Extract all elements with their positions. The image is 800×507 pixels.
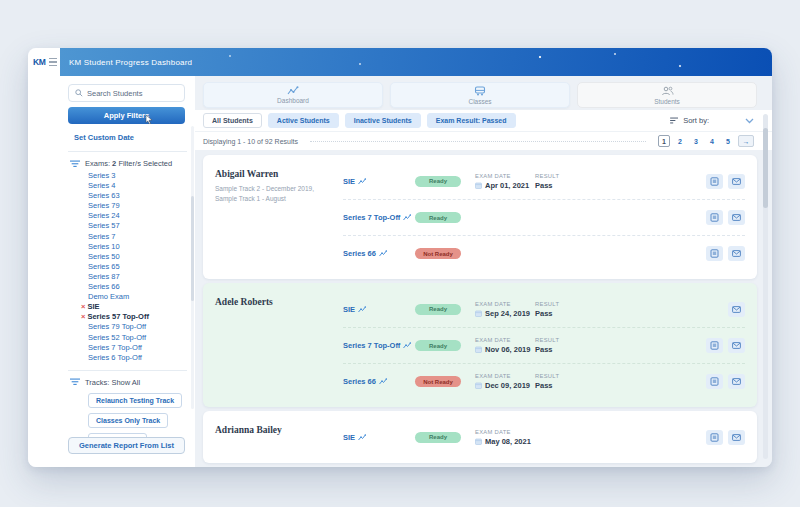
student-card-highlighted: Adele Roberts SIE Ready EXAM DATE [203, 283, 757, 407]
hamburger-menu-icon[interactable] [49, 58, 57, 66]
set-custom-date-link[interactable]: Set Custom Date [74, 133, 134, 142]
sidebar-scrollbar[interactable] [191, 126, 194, 409]
exam-name-link[interactable]: Series 7 Top-Off [343, 341, 415, 350]
sidebar-exam-filter-selected[interactable]: ×SIE [88, 302, 195, 312]
report-icon [710, 377, 719, 386]
sidebar-exam-filter[interactable]: Series 65 [88, 262, 195, 272]
sidebar-exam-filter[interactable]: Series 24 [88, 211, 195, 221]
chip-all-students[interactable]: All Students [203, 113, 262, 128]
exam-name-link[interactable]: SIE [343, 177, 415, 186]
calendar-icon [475, 346, 482, 353]
student-list: Abigail Warren Sample Track 2 - December… [203, 155, 757, 463]
sidebar-exam-filter[interactable]: Series 6 Top-Off [88, 353, 195, 363]
sidebar-exam-filter[interactable]: Series 79 [88, 201, 195, 211]
calendar-icon [475, 382, 482, 389]
exam-date-value: May 08, 2021 [475, 437, 535, 446]
result-value: Pass [535, 345, 591, 354]
page-button-5[interactable]: 5 [722, 135, 734, 147]
remove-filter-icon[interactable]: × [81, 312, 85, 321]
email-button[interactable] [728, 374, 745, 389]
sidebar-exam-filter[interactable]: Demo Exam [88, 292, 195, 302]
sidebar-exam-filter[interactable]: Series 4 [88, 181, 195, 191]
email-button[interactable] [728, 246, 745, 261]
search-students-input[interactable] [87, 89, 178, 98]
exam-date-label: EXAM DATE [475, 301, 535, 307]
report-button[interactable] [706, 246, 723, 261]
results-summary: Displaying 1 - 10 of 92 Results [203, 138, 298, 145]
report-icon [710, 213, 719, 222]
exam-name-link[interactable]: Series 7 Top-Off [343, 213, 415, 222]
exam-name-link[interactable]: SIE [343, 305, 415, 314]
exam-filter-list: Series 3 Series 4 Series 63 Series 79 Se… [88, 171, 195, 363]
sort-by-control[interactable]: Sort by: [670, 116, 709, 125]
exam-date-label: EXAM DATE [475, 373, 535, 379]
chip-exam-result-passed[interactable]: Exam Result: Passed [427, 113, 516, 128]
result-label: RESULT [535, 301, 591, 307]
result-label: RESULT [535, 337, 591, 343]
main-scrollbar-thumb[interactable] [763, 128, 768, 208]
exam-date-value: Sep 24, 2019 [475, 309, 535, 318]
next-page-button[interactable]: → [738, 135, 754, 147]
filter-icon [70, 378, 80, 386]
chevron-down-icon[interactable] [745, 118, 754, 124]
email-button[interactable] [728, 174, 745, 189]
email-button[interactable] [728, 302, 745, 317]
report-button[interactable] [706, 338, 723, 353]
tab-students[interactable]: Students [577, 82, 757, 108]
exams-filter-header: Exams: 2 Filter/s Selected [70, 159, 187, 168]
chip-active-students[interactable]: Active Students [268, 113, 339, 128]
sidebar-exam-filter[interactable]: Series 57 [88, 221, 195, 231]
sidebar-exam-filter[interactable]: Series 50 [88, 252, 195, 262]
exam-name-link[interactable]: Series 66 [343, 377, 415, 386]
track-filter-button[interactable]: Relaunch Testing Track [88, 393, 182, 408]
report-icon [710, 249, 719, 258]
sidebar-exam-filter[interactable]: Series 52 Top-Off [88, 333, 195, 343]
exam-date-value: Apr 01, 2021 [475, 181, 535, 190]
tab-classes[interactable]: Classes [390, 82, 570, 108]
mail-icon [732, 434, 741, 441]
app-window: KM KM Student Progress Dashboard Apply F… [28, 48, 772, 467]
main-scrollbar[interactable] [763, 114, 768, 459]
chip-inactive-students[interactable]: Inactive Students [345, 113, 421, 128]
email-button[interactable] [728, 210, 745, 225]
status-badge: Ready [415, 340, 461, 351]
remove-filter-icon[interactable]: × [81, 302, 85, 311]
email-button[interactable] [728, 338, 745, 353]
exam-date-value: Nov 06, 2019 [475, 345, 535, 354]
sidebar-exam-filter[interactable]: Series 7 Top-Off [88, 343, 195, 353]
track-filter-button[interactable]: Classes Only Track [88, 413, 168, 428]
apply-filters-button[interactable]: Apply Filters [68, 107, 185, 124]
sidebar-exam-filter[interactable]: Series 66 [88, 282, 195, 292]
sidebar-exam-filter[interactable]: Series 63 [88, 191, 195, 201]
page-button-2[interactable]: 2 [674, 135, 686, 147]
page-title: KM Student Progress Dashboard [60, 58, 192, 67]
result-value: Pass [535, 181, 591, 190]
sidebar-exam-filter[interactable]: Series 10 [88, 242, 195, 252]
generate-report-button[interactable]: Generate Report From List [68, 437, 185, 454]
sidebar-scrollbar-thumb[interactable] [191, 196, 194, 301]
results-bar: Displaying 1 - 10 of 92 Results 1 2 3 4 … [195, 131, 772, 150]
sidebar: Apply Filters Set Custom Date Exams: 2 F… [60, 76, 195, 467]
sidebar-exam-filter-selected[interactable]: ×Series 57 Top-Off [88, 312, 195, 322]
report-button[interactable] [706, 174, 723, 189]
sidebar-exam-filter[interactable]: Series 7 [88, 232, 195, 242]
sidebar-exam-filter[interactable]: Series 3 [88, 171, 195, 181]
tab-dashboard[interactable]: Dashboard [203, 82, 383, 108]
exam-name-link[interactable]: SIE [343, 433, 415, 442]
page-button-4[interactable]: 4 [706, 135, 718, 147]
mail-icon [732, 342, 741, 349]
email-button[interactable] [728, 430, 745, 445]
report-button[interactable] [706, 210, 723, 225]
report-button[interactable] [706, 430, 723, 445]
exam-row: Series 7 Top-Off Ready EXAM DATE Nov 06,… [343, 327, 745, 363]
exam-name-link[interactable]: Series 66 [343, 249, 415, 258]
page-button-1[interactable]: 1 [658, 135, 670, 147]
trend-chart-icon [358, 178, 366, 185]
search-students-box[interactable] [68, 84, 185, 102]
page-button-3[interactable]: 3 [690, 135, 702, 147]
exam-row: SIE Ready EXAM DATE May 08, 2021 [343, 419, 745, 455]
sidebar-exam-filter[interactable]: Series 87 [88, 272, 195, 282]
sidebar-exam-filter[interactable]: Series 79 Top-Off [88, 322, 195, 332]
report-button[interactable] [706, 374, 723, 389]
km-logo: KM [33, 57, 46, 67]
